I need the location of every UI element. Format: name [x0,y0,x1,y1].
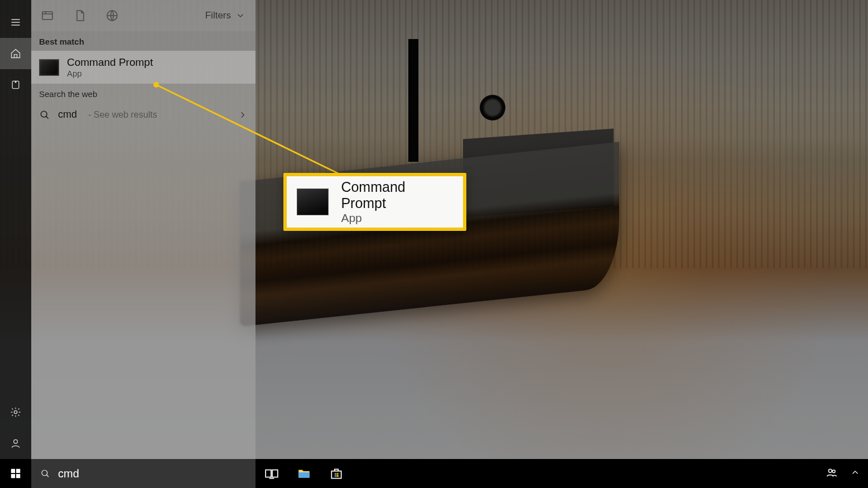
callout-title: Command Prompt [341,179,453,211]
chevron-up-icon [850,467,860,477]
filters-button[interactable]: Filters [205,10,249,21]
svg-rect-17 [335,473,336,475]
start-button[interactable] [0,459,31,488]
result-title: Command Prompt [67,56,153,69]
svg-point-2 [14,410,17,413]
start-search-panel: Filters Best match Command Prompt App Se… [0,0,255,459]
svg-rect-16 [298,472,310,478]
file-explorer-button[interactable] [288,459,320,488]
callout-texts: Command Prompt App [341,179,453,225]
section-search-web: Search the web [31,84,255,103]
taskbar [0,459,868,488]
apps-icon [41,9,54,22]
taskbar-right [826,466,868,481]
chevron-right-icon [238,110,248,120]
svg-rect-18 [337,473,339,475]
wallpaper-lamp [480,95,505,120]
home-icon [10,48,21,59]
hamburger-icon [10,17,21,28]
tab-web[interactable] [103,6,122,25]
command-prompt-icon [39,59,59,76]
svg-rect-11 [11,474,15,478]
svg-point-21 [828,469,832,472]
rail-settings-button[interactable] [0,397,31,428]
annotation-callout: Command Prompt App [283,173,466,231]
web-hint: - See web results [88,110,157,120]
svg-rect-12 [16,474,20,478]
user-icon [10,438,21,449]
rail-menu-button[interactable] [0,7,31,38]
task-view-button[interactable] [255,459,288,488]
rail-user-button[interactable] [0,428,31,459]
svg-point-1 [15,81,16,83]
people-icon [826,466,838,479]
svg-rect-15 [272,470,278,477]
people-button[interactable] [826,466,838,481]
globe-icon [105,9,119,22]
svg-point-22 [832,470,835,473]
store-icon [329,466,344,481]
gear-icon [10,407,21,418]
chevron-down-icon [235,11,245,21]
microsoft-store-button[interactable] [320,459,353,488]
result-subtitle: App [67,69,153,78]
filters-label: Filters [205,10,231,21]
wallpaper-chimney [408,39,418,162]
svg-rect-10 [16,469,20,473]
tab-documents[interactable] [70,6,89,25]
rail-home-button[interactable] [0,38,31,69]
tab-apps[interactable] [38,6,57,25]
result-web-cmd[interactable]: cmd - See web results [31,103,255,126]
command-prompt-icon [297,189,329,215]
svg-rect-20 [337,475,339,477]
svg-rect-19 [335,475,336,477]
timeline-icon [10,79,21,90]
search-input[interactable] [58,467,247,480]
taskbar-left [0,459,353,488]
svg-rect-9 [11,469,15,473]
tray-chevron-button[interactable] [850,467,860,480]
svg-rect-4 [42,12,52,20]
search-results-pane: Filters Best match Command Prompt App Se… [31,0,255,459]
taskbar-search[interactable] [31,459,255,488]
section-best-match: Best match [31,31,255,51]
callout-subtitle: App [341,211,453,225]
search-icon [40,468,50,479]
web-query: cmd [58,109,77,120]
results-header: Filters [31,0,255,31]
taskview-icon [264,466,279,481]
start-rail [0,0,31,459]
search-icon [39,109,50,120]
windows-icon [9,467,22,480]
result-texts: Command Prompt App [67,56,153,78]
result-command-prompt[interactable]: Command Prompt App [31,51,255,84]
svg-rect-14 [266,470,271,477]
svg-point-3 [14,439,18,443]
file-explorer-icon [297,466,311,481]
rail-timeline-button[interactable] [0,69,31,100]
document-icon [73,9,86,22]
